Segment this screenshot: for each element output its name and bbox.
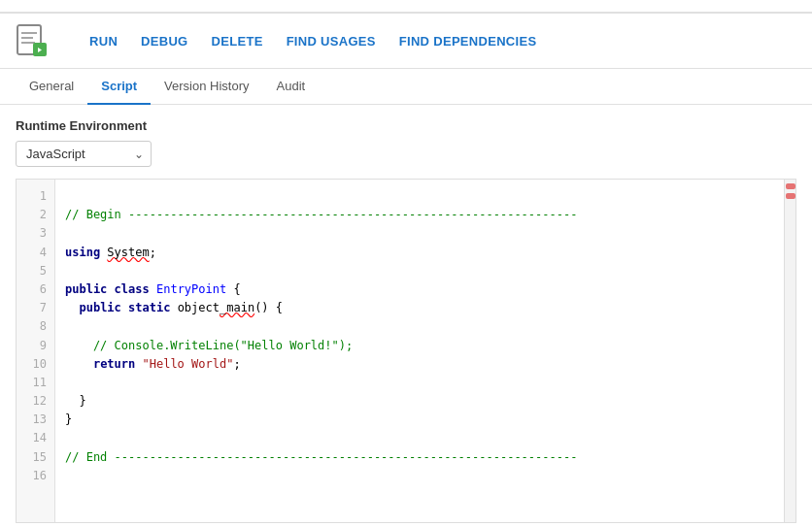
code-line-16 xyxy=(65,467,774,485)
run-button[interactable]: RUN xyxy=(89,34,118,49)
line-num-15: 15 xyxy=(17,448,54,467)
code-line-7: public static object_main() { xyxy=(65,299,774,317)
line-num-13: 13 xyxy=(17,411,54,429)
code-line-3 xyxy=(65,224,774,243)
code-area[interactable]: // Begin -------------------------------… xyxy=(55,180,784,522)
code-line-11 xyxy=(65,374,774,392)
code-line-2: // Begin -------------------------------… xyxy=(65,206,774,224)
line-num-9: 9 xyxy=(17,337,54,355)
line-num-1: 1 xyxy=(17,187,54,206)
runtime-dropdown[interactable]: JavaScript PowerShell Python xyxy=(16,141,152,167)
code-line-13: } xyxy=(65,411,774,429)
code-editor[interactable]: 1 2 3 4 5 6 7 8 9 10 11 12 13 14 15 16 /… xyxy=(16,179,796,523)
tab-script[interactable]: Script xyxy=(87,69,151,105)
code-line-15: // End ---------------------------------… xyxy=(65,448,774,467)
code-line-6: public class EntryPoint { xyxy=(65,280,774,299)
scrollbar-marker-1 xyxy=(786,183,795,189)
find-dependencies-button[interactable]: FIND DEPENDENCIES xyxy=(399,34,537,49)
line-num-16: 16 xyxy=(17,467,54,485)
code-line-8 xyxy=(65,317,774,336)
line-num-10: 10 xyxy=(17,355,54,374)
content: Runtime Environment JavaScript PowerShel… xyxy=(0,105,812,523)
runtime-dropdown-wrapper: JavaScript PowerShell Python ⌄ xyxy=(16,141,152,167)
code-line-9: // Console.WriteLine("Hello World!"); xyxy=(65,337,774,355)
code-line-10: return "Hello World"; xyxy=(65,355,774,374)
title-bar xyxy=(0,0,812,14)
debug-button[interactable]: DEBUG xyxy=(141,34,187,49)
header: RUN DEBUG DELETE FIND USAGES FIND DEPEND… xyxy=(0,14,812,69)
code-line-4: using System; xyxy=(65,244,774,262)
line-num-12: 12 xyxy=(17,392,54,411)
code-line-5 xyxy=(65,262,774,280)
scrollbar-marker-2 xyxy=(786,193,795,199)
script-file-icon xyxy=(16,23,51,58)
scrollbar-track[interactable] xyxy=(784,180,795,522)
line-numbers: 1 2 3 4 5 6 7 8 9 10 11 12 13 14 15 16 xyxy=(17,180,55,522)
find-usages-button[interactable]: FIND USAGES xyxy=(287,34,376,49)
code-line-12: } xyxy=(65,392,774,411)
line-num-4: 4 xyxy=(17,244,54,262)
tab-general[interactable]: General xyxy=(16,69,87,105)
code-line-14 xyxy=(65,429,774,447)
header-actions: RUN DEBUG DELETE FIND USAGES FIND DEPEND… xyxy=(89,34,536,49)
line-num-5: 5 xyxy=(17,262,54,280)
line-num-3: 3 xyxy=(17,224,54,243)
line-num-8: 8 xyxy=(17,317,54,336)
line-num-11: 11 xyxy=(17,374,54,392)
code-line-1 xyxy=(65,187,774,206)
tab-version-history[interactable]: Version History xyxy=(151,69,262,105)
tab-audit[interactable]: Audit xyxy=(263,69,320,105)
runtime-section-label: Runtime Environment xyxy=(16,118,796,133)
line-num-2: 2 xyxy=(17,206,54,224)
header-left xyxy=(16,23,70,58)
tabs: General Script Version History Audit xyxy=(0,69,812,105)
delete-button[interactable]: DELETE xyxy=(212,34,263,49)
line-num-6: 6 xyxy=(17,280,54,299)
line-num-14: 14 xyxy=(17,429,54,447)
line-num-7: 7 xyxy=(17,299,54,317)
